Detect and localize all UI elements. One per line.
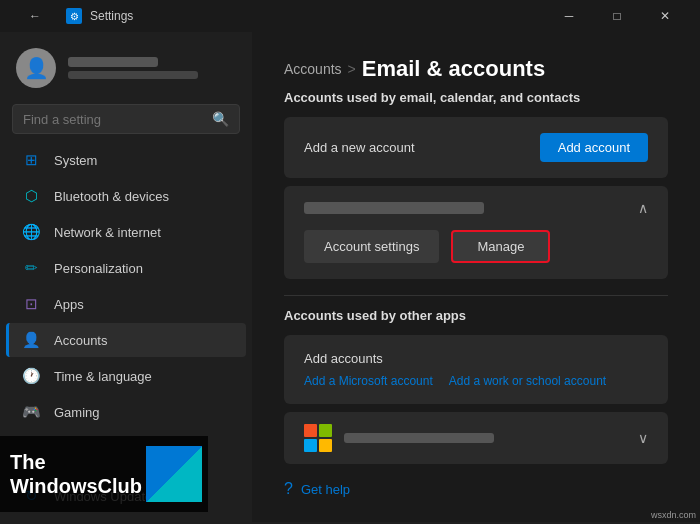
maximize-button[interactable]: □ xyxy=(594,0,640,32)
bluetooth-icon: ⬡ xyxy=(22,187,40,205)
personalization-icon: ✏ xyxy=(22,259,40,277)
sidebar-item-network[interactable]: 🌐 Network & internet xyxy=(6,215,246,249)
existing-account-card: ∧ Account settings Manage xyxy=(284,186,668,279)
other-account-name-blur xyxy=(344,433,494,443)
add-account-row: Add a new account Add account xyxy=(304,133,648,162)
sidebar-item-label: Time & language xyxy=(54,369,152,384)
window-controls: ─ □ ✕ xyxy=(546,0,688,32)
main-layout: 👤 🔍 ⊞ System ⬡ Bluetooth & devices xyxy=(0,32,700,522)
breadcrumb: Accounts > Email & accounts xyxy=(284,56,668,82)
sidebar-item-bluetooth[interactable]: ⬡ Bluetooth & devices xyxy=(6,179,246,213)
user-info xyxy=(68,57,236,79)
search-icon: 🔍 xyxy=(212,111,229,127)
sidebar: 👤 🔍 ⊞ System ⬡ Bluetooth & devices xyxy=(0,32,252,522)
content-area: Accounts > Email & accounts Accounts use… xyxy=(252,32,700,522)
titlebar: ← ⚙ Settings ─ □ ✕ xyxy=(0,0,700,32)
user-section: 👤 xyxy=(0,32,252,96)
sidebar-item-label: Network & internet xyxy=(54,225,161,240)
chevron-down-icon[interactable]: ∨ xyxy=(638,430,648,446)
sidebar-item-windows-update[interactable]: ↻ Windows Update xyxy=(6,479,246,513)
accounts-icon: 👤 xyxy=(22,331,40,349)
other-apps-label: Accounts used by other apps xyxy=(284,308,668,323)
account-card-header: ∧ xyxy=(284,186,668,230)
get-help-link[interactable]: Get help xyxy=(301,482,350,497)
sidebar-item-gaming[interactable]: 🎮 Gaming xyxy=(6,395,246,429)
help-icon: ? xyxy=(284,480,293,498)
sidebar-item-system[interactable]: ⊞ System xyxy=(6,143,246,177)
sidebar-item-label: Apps xyxy=(54,297,84,312)
email-section-label: Accounts used by email, calendar, and co… xyxy=(284,90,668,105)
search-input[interactable] xyxy=(23,112,204,127)
add-accounts-card: Add accounts Add a Microsoft account Add… xyxy=(284,335,668,404)
network-icon: 🌐 xyxy=(22,223,40,241)
link-row: Add a Microsoft account Add a work or sc… xyxy=(304,374,648,388)
sidebar-item-label: Personalization xyxy=(54,261,143,276)
sidebar-item-label: System xyxy=(54,153,97,168)
sidebar-item-label: Windows Update xyxy=(54,489,152,504)
titlebar-title: Settings xyxy=(90,9,133,23)
sidebar-item-accounts[interactable]: 👤 Accounts xyxy=(6,323,246,357)
time-icon: 🕐 xyxy=(22,367,40,385)
close-button[interactable]: ✕ xyxy=(642,0,688,32)
username-blur xyxy=(68,57,158,67)
minimize-button[interactable]: ─ xyxy=(546,0,592,32)
account-card-body: Account settings Manage xyxy=(284,230,668,279)
apps-icon: ⊡ xyxy=(22,295,40,313)
sidebar-item-apps[interactable]: ⊡ Apps xyxy=(6,287,246,321)
other-account-content xyxy=(304,424,638,452)
sidebar-item-personalization[interactable]: ✏ Personalization xyxy=(6,251,246,285)
chevron-up-icon[interactable]: ∧ xyxy=(638,200,648,216)
back-button[interactable]: ← xyxy=(12,0,58,32)
add-microsoft-account-link[interactable]: Add a Microsoft account xyxy=(304,374,433,388)
add-accounts-label: Add accounts xyxy=(304,351,648,366)
breadcrumb-current: Email & accounts xyxy=(362,56,545,82)
get-help-row: ? Get help xyxy=(284,480,668,498)
breadcrumb-parent: Accounts xyxy=(284,61,342,77)
sidebar-item-time[interactable]: 🕐 Time & language xyxy=(6,359,246,393)
windows-update-icon: ↻ xyxy=(22,487,40,505)
add-new-label: Add a new account xyxy=(304,140,415,155)
sidebar-item-label: Accounts xyxy=(54,333,107,348)
sidebar-bottom: ↻ Windows Update xyxy=(0,478,252,514)
avatar: 👤 xyxy=(16,48,56,88)
microsoft-logo xyxy=(304,424,332,452)
add-account-card: Add a new account Add account xyxy=(284,117,668,178)
gaming-icon: 🎮 xyxy=(22,403,40,421)
other-account-card: ∨ xyxy=(284,412,668,464)
section-separator xyxy=(284,295,668,296)
manage-button[interactable]: Manage xyxy=(451,230,550,263)
search-box[interactable]: 🔍 xyxy=(12,104,240,134)
system-icon: ⊞ xyxy=(22,151,40,169)
account-name-blur xyxy=(304,202,484,214)
account-settings-button[interactable]: Account settings xyxy=(304,230,439,263)
add-account-button[interactable]: Add account xyxy=(540,133,648,162)
user-email-blur xyxy=(68,71,198,79)
settings-icon: ⚙ xyxy=(66,8,82,24)
sidebar-item-label: Gaming xyxy=(54,405,100,420)
add-work-account-link[interactable]: Add a work or school account xyxy=(449,374,606,388)
breadcrumb-chevron: > xyxy=(348,61,356,77)
sidebar-item-label: Bluetooth & devices xyxy=(54,189,169,204)
